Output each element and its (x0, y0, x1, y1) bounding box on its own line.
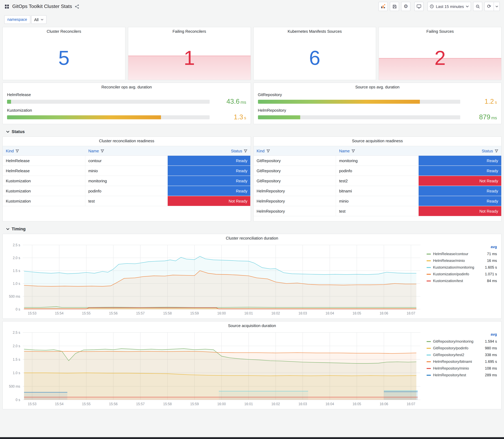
chart-legend: avg HelmRelease/contour71 ms HelmRelease… (423, 242, 499, 317)
svg-text:2.5 s: 2.5 s (13, 243, 20, 247)
share-icon[interactable] (75, 4, 79, 9)
svg-text:15:59: 15:59 (190, 402, 199, 406)
status-badge: Not Ready (168, 196, 250, 206)
gauge-label: GitRepository (258, 92, 497, 97)
dashboard-settings-button[interactable]: ⚙ (401, 2, 410, 11)
panel-title[interactable]: Cluster reconciliation readiness (3, 137, 250, 145)
add-panel-icon (381, 4, 386, 9)
gauge-value: 43.6ms (214, 98, 246, 105)
legend-item[interactable]: GitRepository/monitoring1.594 s (427, 338, 497, 345)
gauge-track (7, 115, 209, 119)
svg-text:2.5 s: 2.5 s (13, 330, 20, 335)
panel-title[interactable]: Cluster Reconcilers (3, 27, 125, 36)
status-badge: Ready (418, 166, 501, 176)
column-header-kind[interactable]: Kind (254, 146, 336, 155)
series-swatch (427, 348, 431, 349)
legend-item[interactable]: HelmRepository/test289 ms (427, 372, 497, 378)
svg-text:15:58: 15:58 (163, 402, 172, 406)
apps-grid-icon[interactable] (4, 4, 10, 9)
column-header-name[interactable]: Name (336, 146, 418, 155)
save-dashboard-button[interactable] (390, 2, 399, 11)
panel-title[interactable]: Cluster reconciliation duration (3, 234, 501, 242)
panel-title[interactable]: Source acquisition readiness (254, 137, 501, 145)
legend-item[interactable]: HelmRepository/bitnami1.695 s (427, 358, 497, 365)
gauge-row: Kustomization 1.3s (7, 108, 246, 121)
filter-icon[interactable] (495, 149, 498, 153)
status-badge: Not Ready (418, 206, 501, 216)
gauge-track (258, 99, 460, 104)
namespace-variable-value-dropdown[interactable]: All (31, 15, 47, 24)
column-header-name[interactable]: Name (85, 146, 168, 155)
gauge-value: 1.3s (214, 114, 246, 121)
gauge-row: HelmRepository 879ms (258, 108, 497, 121)
chevron-down-icon (6, 131, 10, 133)
gauge-row: GitRepository 1.2s (258, 92, 497, 105)
filter-icon[interactable] (352, 149, 355, 153)
filter-icon[interactable] (16, 149, 19, 153)
svg-text:16:03: 16:03 (298, 402, 307, 406)
legend-item[interactable]: Kustomization/test84 ms (427, 278, 497, 284)
svg-text:1.0 s: 1.0 s (13, 371, 20, 375)
legend-item[interactable]: Kustomization/monitoring1.605 s (427, 264, 497, 271)
series-swatch (427, 375, 431, 376)
chart-legend: avg GitRepository/monitoring1.594 s GitR… (423, 330, 499, 408)
bottom-bar (0, 437, 504, 439)
svg-text:16:07: 16:07 (407, 311, 415, 315)
zoom-out-time-button[interactable] (473, 2, 482, 11)
svg-text:16:01: 16:01 (244, 402, 253, 406)
add-panel-button[interactable] (379, 2, 388, 11)
section-title: Status (12, 129, 25, 134)
filter-icon[interactable] (101, 149, 104, 153)
svg-text:15:58: 15:58 (163, 311, 172, 315)
panel-title[interactable]: Failing Reconcilers (128, 27, 251, 36)
gauge-row: HelmRelease 43.6ms (7, 92, 246, 105)
panel-title[interactable]: Failing Sources (379, 27, 501, 36)
panel-failing-reconcilers: Failing Reconcilers 1 (128, 27, 251, 80)
chevron-down-icon (41, 19, 43, 21)
filter-icon[interactable] (266, 149, 270, 153)
svg-text:15:55: 15:55 (82, 402, 91, 406)
gear-icon: ⚙ (404, 4, 408, 9)
gauge-track (7, 99, 209, 104)
table-row: HelmRepositorytestNot Ready (254, 206, 501, 216)
timeseries-plot: 0 s500 ms1.0 s1.5 s2.0 s2.5 s15:5315:541… (5, 242, 423, 317)
table-row: HelmRepositorybitnamiReady (254, 186, 501, 196)
submenu: namespace All (0, 13, 504, 27)
legend-avg-header[interactable]: avg (427, 332, 497, 338)
svg-text:16:00: 16:00 (217, 311, 226, 315)
filter-icon[interactable] (244, 149, 247, 153)
panel-title[interactable]: Source acquisition duration (3, 321, 501, 330)
panel-source-acquisition-readiness: Source acquisition readiness Kind Name S… (253, 136, 502, 221)
svg-text:16:04: 16:04 (325, 402, 334, 406)
stat-value: 1 (128, 36, 251, 80)
dashboard-grid: Cluster Reconcilers 5 Failing Reconciler… (0, 27, 504, 409)
section-row-status[interactable]: Status (2, 127, 502, 136)
refresh-interval-dropdown[interactable] (494, 2, 500, 11)
refresh-button[interactable]: ⟳ (484, 2, 494, 11)
panel-title[interactable]: Reconciler ops avg. duration (3, 83, 250, 91)
status-badge: Ready (168, 156, 250, 166)
legend-item[interactable]: Kustomization/podinfo1.071 s (427, 271, 497, 278)
svg-text:15:54: 15:54 (55, 311, 63, 315)
column-header-status[interactable]: Status (168, 146, 250, 155)
legend-item[interactable]: HelmRelease/minio16 ms (427, 257, 497, 264)
legend-item[interactable]: HelmRepository/minio108 ms (427, 365, 497, 372)
column-header-kind[interactable]: Kind (3, 146, 85, 155)
section-title: Timing (12, 226, 25, 231)
section-row-timing[interactable]: Timing (2, 224, 502, 234)
legend-item[interactable]: HelmRelease/contour71 ms (427, 251, 497, 257)
dashboard: GitOps Toolkit Cluster Stats ⚙ (0, 0, 504, 439)
panel-title[interactable]: Kubernetes Manifests Sources (254, 27, 376, 36)
panel-title[interactable]: Source ops avg. duration (254, 83, 501, 91)
legend-avg-header[interactable]: avg (427, 245, 497, 251)
legend-item[interactable]: GitRepository/test2338 ms (427, 352, 497, 358)
cycle-view-mode-button[interactable] (414, 2, 424, 11)
legend-item[interactable]: GitRepository/podinfo980 ms (427, 345, 497, 352)
svg-text:0 s: 0 s (16, 398, 20, 402)
time-range-picker[interactable]: Last 15 minutes (428, 2, 471, 11)
svg-text:1.5 s: 1.5 s (13, 269, 20, 273)
svg-text:16:05: 16:05 (353, 311, 361, 315)
column-header-status[interactable]: Status (418, 146, 501, 155)
panel-kubernetes-manifests-sources: Kubernetes Manifests Sources 6 (253, 27, 376, 80)
gauge-value: 879ms (465, 114, 497, 121)
